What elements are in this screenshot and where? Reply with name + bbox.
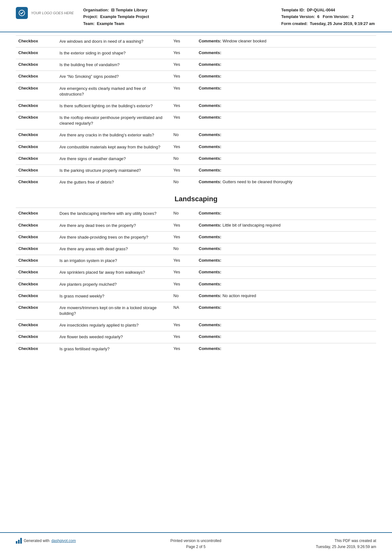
row-type: Checkbox (16, 255, 57, 267)
row-type: Checkbox (16, 343, 57, 355)
table-row: CheckboxIs the building free of vandalis… (16, 59, 376, 71)
row-answer: Yes (171, 267, 196, 278)
table-row: CheckboxAre insecticides regularly appli… (16, 320, 376, 331)
comments-label: Comments: (199, 346, 221, 351)
row-type: Checkbox (16, 165, 57, 177)
table-row: CheckboxDoes the landscaping interfere w… (16, 208, 376, 220)
row-comments: Comments: (196, 255, 376, 267)
comments-label: Comments: (199, 322, 221, 327)
section-header-row: Landscaping (16, 188, 376, 208)
row-type: Checkbox (16, 208, 57, 220)
form-created-line: Form created: Tuesday, 25 June 2019, 9:1… (281, 21, 376, 27)
row-type: Checkbox (16, 153, 57, 165)
row-type: Checkbox (16, 35, 57, 47)
uncontrolled-text: Printed version is uncontrolled (171, 538, 221, 544)
row-question: Is the rooftop elevator penthouse proper… (57, 112, 171, 129)
row-comments: Comments: (196, 112, 376, 129)
row-question: Is grass mowed weekly? (57, 290, 171, 302)
template-version-label: Template Version: (281, 15, 315, 19)
row-question: Are insecticides regularly applied to pl… (57, 320, 171, 331)
row-question: Are windows and doors in need of a washi… (57, 35, 171, 47)
comments-label: Comments: (199, 132, 221, 137)
logo-icon (16, 7, 28, 19)
logo-text: YOUR LOGO GOES HERE (31, 11, 74, 15)
generated-text: Generated with (24, 539, 49, 543)
svg-point-0 (19, 10, 25, 16)
form-created-label: Form created: (281, 22, 308, 26)
row-comments: Comments: (196, 153, 376, 165)
row-answer: No (171, 129, 196, 141)
row-answer: No (171, 290, 196, 302)
row-comments: Comments: (196, 331, 376, 343)
row-comments: Comments: Gutters need to be cleaned tho… (196, 177, 376, 188)
table-row: CheckboxAre there shade-providing trees … (16, 231, 376, 243)
comments-label: Comments: (199, 62, 221, 67)
table-row: CheckboxIs the rooftop elevator penthous… (16, 112, 376, 129)
row-comments: Comments: (196, 267, 376, 278)
page: YOUR LOGO GOES HERE Organisation: ⊟ Temp… (0, 0, 392, 555)
logo-block: YOUR LOGO GOES HERE (16, 7, 74, 19)
row-comments: Comments: (196, 165, 376, 177)
row-comments: Comments: (196, 47, 376, 59)
content: CheckboxAre windows and doors in need of… (0, 32, 392, 532)
bar-chart-icon (16, 538, 22, 544)
table-row: CheckboxAre there signs of weather damag… (16, 153, 376, 165)
table-row: CheckboxAre there any areas with dead gr… (16, 243, 376, 255)
pdf-created-text: This PDF was created at (316, 538, 376, 544)
row-type: Checkbox (16, 267, 57, 278)
row-question: Are flower beds weeded regularly? (57, 331, 171, 343)
row-comments: Comments: (196, 71, 376, 83)
comments-label: Comments: (199, 305, 221, 310)
row-comments: Comments: (196, 243, 376, 255)
row-type: Checkbox (16, 320, 57, 331)
row-answer: Yes (171, 100, 196, 112)
section-title: Landscaping (16, 188, 376, 208)
team-label: Team: (83, 22, 95, 26)
row-type: Checkbox (16, 129, 57, 141)
row-question: Are there any areas with dead grass? (57, 243, 171, 255)
row-question: Are “No Smoking” signs posted? (57, 71, 171, 83)
comments-label: Comments: (199, 144, 221, 149)
row-type: Checkbox (16, 83, 57, 100)
comments-label: Comments: (199, 282, 221, 286)
comments-label: Comments: (199, 115, 221, 120)
table-row: CheckboxAre planters properly mulched?Ye… (16, 278, 376, 290)
table-row: CheckboxAre there any cracks in the buil… (16, 129, 376, 141)
row-question: Are there any dead trees on the property… (57, 220, 171, 231)
row-comments: Comments: Window cleaner booked (196, 35, 376, 47)
org-value: ⊟ Template Library (111, 8, 147, 12)
row-answer: Yes (171, 220, 196, 231)
footer-center: Printed version is uncontrolled Page 2 o… (171, 538, 221, 550)
row-comments: Comments: (196, 231, 376, 243)
row-question: Is the exterior siding in good shape? (57, 47, 171, 59)
row-question: Is the building free of vandalism? (57, 59, 171, 71)
project-label: Project: (83, 15, 98, 19)
row-comments: Comments: (196, 100, 376, 112)
row-type: Checkbox (16, 100, 57, 112)
table-row: CheckboxAre emergency exits clearly mark… (16, 83, 376, 100)
row-question: Are there signs of weather damage? (57, 153, 171, 165)
comments-label: Comments: (199, 270, 221, 274)
comments-label: Comments: (199, 50, 221, 55)
row-answer: Yes (171, 165, 196, 177)
row-answer: Yes (171, 278, 196, 290)
logo-svg (18, 9, 25, 16)
row-type: Checkbox (16, 231, 57, 243)
footer-link[interactable]: dashpivot.com (51, 539, 76, 543)
table-row: CheckboxAre there any dead trees on the … (16, 220, 376, 231)
row-question: Is there sufficient lighting on the buil… (57, 100, 171, 112)
row-answer: Yes (171, 331, 196, 343)
row-question: Are mowers/trimmers kept on-site in a lo… (57, 302, 171, 319)
row-type: Checkbox (16, 177, 57, 188)
table-row: CheckboxIs the exterior siding in good s… (16, 47, 376, 59)
row-type: Checkbox (16, 71, 57, 83)
row-comments: Comments: Little bit of landscaping requ… (196, 220, 376, 231)
row-comments: Comments: (196, 278, 376, 290)
footer: Generated with dashpivot.com Printed ver… (0, 532, 392, 555)
page-text: Page 2 of 5 (171, 544, 221, 550)
row-question: Is an irrigation system in place? (57, 255, 171, 267)
row-question: Is the parking structure properly mainta… (57, 165, 171, 177)
table-row: CheckboxIs an irrigation system in place… (16, 255, 376, 267)
table-row: CheckboxAre the gutters free of debris?N… (16, 177, 376, 188)
row-comments: Comments: (196, 343, 376, 355)
